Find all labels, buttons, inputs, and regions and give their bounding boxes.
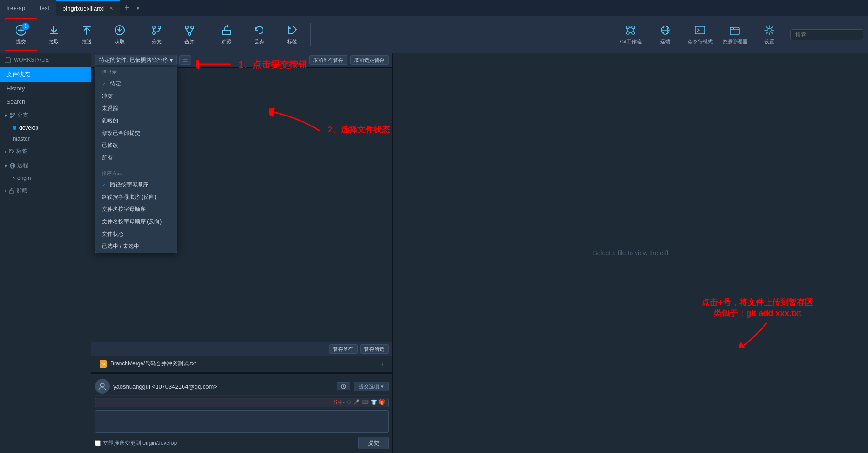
branch-button[interactable]: 分支 bbox=[140, 18, 173, 51]
toolbar-right: Git工作流 远端 命令行模式 资源管理器 bbox=[617, 24, 863, 45]
unstaged-area: M BranchMerge/代码合并冲突测试.txt + bbox=[91, 356, 392, 373]
separator-1 bbox=[138, 23, 138, 46]
filter-untracked[interactable]: 未跟踪 bbox=[95, 102, 177, 115]
push-button[interactable]: 推送 bbox=[70, 18, 103, 51]
separator-2 bbox=[208, 23, 208, 46]
explorer-button[interactable]: 资源管理器 bbox=[721, 24, 748, 45]
nav-search[interactable]: Search bbox=[0, 95, 91, 108]
filter-dropdown[interactable]: 待定的文件, 已依照路径排序 ▾ bbox=[95, 55, 177, 65]
tab-free-api[interactable]: free-api bbox=[0, 0, 33, 16]
file-stage-plus-icon[interactable]: + bbox=[380, 360, 384, 368]
filter-all[interactable]: 所有 bbox=[95, 152, 177, 164]
svg-point-27 bbox=[100, 383, 104, 387]
separator-3 bbox=[310, 23, 311, 46]
tab-dropdown-button[interactable]: ▾ bbox=[134, 5, 142, 11]
branch-section[interactable]: ▾ 分支 bbox=[0, 108, 91, 122]
stash-bar: 暂存所有 暂存所选 bbox=[91, 342, 392, 356]
sort-path-desc[interactable]: 路径按字母顺序 (反向) bbox=[95, 191, 177, 203]
svg-point-11 bbox=[632, 26, 635, 29]
nav-history[interactable]: History bbox=[0, 82, 91, 95]
commit-message-input[interactable] bbox=[95, 410, 389, 433]
tab-label-free-api: free-api bbox=[6, 5, 26, 11]
tag-section[interactable]: › 标签 bbox=[0, 144, 91, 158]
commit-button[interactable]: 1 提交 bbox=[5, 18, 37, 51]
filter-dropdown-menu: 仅显示 待定 冲突 未跟踪 忽略的 bbox=[95, 67, 177, 253]
svg-rect-19 bbox=[5, 58, 11, 62]
svg-point-20 bbox=[10, 113, 12, 115]
commit-time-button[interactable] bbox=[337, 382, 350, 390]
branch-label: 分支 bbox=[152, 38, 162, 45]
branch-develop[interactable]: develop bbox=[0, 122, 91, 133]
stash-section[interactable]: › 贮藏 bbox=[0, 184, 91, 198]
commit-user-row: yaoshuanggui <1070342164@qq.com> 提交选项 ▾ bbox=[95, 377, 389, 396]
filter-pending[interactable]: 待定 bbox=[95, 78, 177, 90]
file-type-icon: M bbox=[100, 360, 107, 368]
explorer-label: 资源管理器 bbox=[722, 38, 747, 45]
panel-action-buttons: 取消所有暂存 取消选定暂存 bbox=[309, 55, 389, 65]
svg-point-9 bbox=[289, 27, 291, 29]
stash-selected-button[interactable]: 暂存所选 bbox=[360, 344, 389, 354]
svg-rect-16 bbox=[695, 26, 705, 34]
cancel-selected-stash-button[interactable]: 取消选定暂存 bbox=[350, 55, 389, 65]
filter-ignored[interactable]: 忽略的 bbox=[95, 115, 177, 127]
list-view-button[interactable]: ☰ bbox=[179, 55, 191, 65]
branch-master[interactable]: master bbox=[0, 133, 91, 144]
sort-selected[interactable]: 已选中 / 未选中 bbox=[95, 240, 177, 253]
sort-label: 排序方式 bbox=[95, 168, 177, 179]
sort-name-asc[interactable]: 文件名按字母顺序 bbox=[95, 203, 177, 216]
merge-button[interactable]: 合并 bbox=[173, 18, 206, 51]
search-input[interactable] bbox=[790, 29, 863, 40]
git-flow-button[interactable]: Git工作流 bbox=[617, 24, 644, 45]
remote-section[interactable]: ▾ 远程 bbox=[0, 158, 91, 173]
push-on-commit-checkbox[interactable] bbox=[95, 440, 101, 446]
svg-point-13 bbox=[632, 32, 635, 34]
remote-origin[interactable]: › origin bbox=[0, 173, 91, 184]
chevron-down-icon: ▾ bbox=[5, 112, 7, 119]
sougou-icon: S bbox=[333, 399, 337, 406]
commit-options-button[interactable]: 提交选项 ▾ bbox=[354, 382, 389, 391]
remote-button[interactable]: 远端 bbox=[652, 24, 679, 45]
workspace-label: WORKSPACE bbox=[0, 53, 91, 67]
main-layout: WORKSPACE 文件状态 History Search ▾ 分支 devel… bbox=[0, 53, 868, 453]
tab-add-button[interactable]: + bbox=[120, 3, 134, 13]
filter-modified[interactable]: 已修改 bbox=[95, 139, 177, 152]
filter-all-committed[interactable]: 修改已全部提交 bbox=[95, 127, 177, 139]
filter-conflict[interactable]: 冲突 bbox=[95, 90, 177, 102]
tab-close-icon[interactable]: ✕ bbox=[109, 5, 113, 11]
sort-name-desc[interactable]: 文件名按字母顺序 (反向) bbox=[95, 216, 177, 228]
tag-label: 标签 bbox=[287, 38, 297, 45]
sort-file-status[interactable]: 文件状态 bbox=[95, 228, 177, 240]
commit-user-name: yaoshuanggui <1070342164@qq.com> bbox=[113, 383, 333, 390]
nav-file-status[interactable]: 文件状态 bbox=[0, 67, 91, 82]
terminal-button[interactable]: 命令行模式 bbox=[686, 24, 714, 45]
push-on-commit-checkbox-label[interactable]: 立即推送变更到 origin/develop bbox=[95, 439, 177, 447]
active-branch-indicator bbox=[13, 126, 16, 130]
commit-badge: 1 bbox=[22, 23, 29, 30]
svg-rect-8 bbox=[222, 30, 231, 35]
fetch-button[interactable]: 获取 bbox=[103, 18, 136, 51]
discard-button[interactable]: 丢弃 bbox=[243, 18, 276, 51]
file-row-0[interactable]: M BranchMerge/代码合并冲突测试.txt + bbox=[95, 358, 389, 370]
file-name-0: BranchMerge/代码合并冲突测试.txt bbox=[110, 360, 377, 368]
sort-path-asc[interactable]: 路径按字母顺序 bbox=[95, 179, 177, 191]
cancel-all-stash-button[interactable]: 取消所有暂存 bbox=[309, 55, 347, 65]
svg-point-5 bbox=[185, 26, 188, 29]
chevron-down-icon-remote: ▾ bbox=[5, 163, 7, 169]
svg-rect-17 bbox=[730, 27, 739, 35]
tab-test[interactable]: test bbox=[33, 0, 56, 16]
git-flow-label: Git工作流 bbox=[620, 38, 641, 45]
settings-button[interactable]: 设置 bbox=[756, 24, 783, 45]
tab-pingrixuexilianxi[interactable]: pingrixuexilianxi ✕ bbox=[56, 0, 120, 16]
tag-button[interactable]: 标签 bbox=[276, 18, 309, 51]
panel-header-staged: 待定的文件, 已依照路径排序 ▾ ☰ 取消所有暂存 取消选定暂存 仅显示 bbox=[91, 53, 392, 68]
commit-area: yaoshuanggui <1070342164@qq.com> 提交选项 ▾ bbox=[91, 373, 392, 453]
submit-commit-button[interactable]: 提交 bbox=[358, 437, 389, 449]
commit-label: 提交 bbox=[16, 38, 26, 45]
svg-point-3 bbox=[158, 26, 161, 29]
pull-button[interactable]: 拉取 bbox=[37, 18, 70, 51]
fetch-label: 获取 bbox=[115, 38, 125, 45]
stash-button[interactable]: 贮藏 bbox=[210, 18, 243, 51]
file-panel: 待定的文件, 已依照路径排序 ▾ ☰ 取消所有暂存 取消选定暂存 仅显示 bbox=[91, 53, 393, 453]
show-label: 仅显示 bbox=[95, 67, 177, 78]
stash-all-button[interactable]: 暂存所有 bbox=[329, 344, 358, 354]
